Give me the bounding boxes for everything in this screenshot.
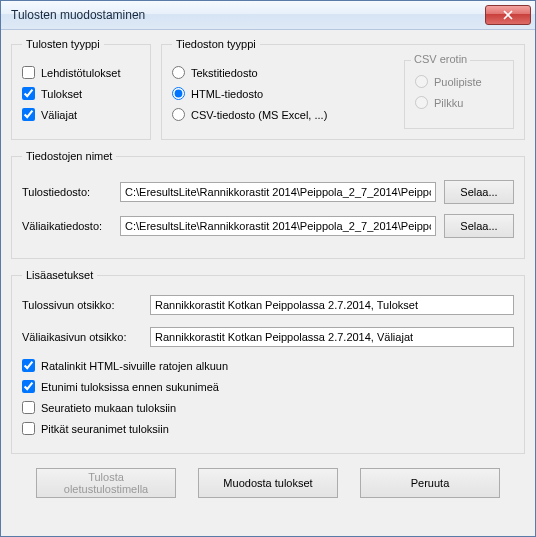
checkbox-ratalinkit[interactable] bbox=[22, 359, 35, 372]
input-tulossivun-otsikko[interactable] bbox=[150, 295, 514, 315]
label-tulokset: Tulokset bbox=[41, 88, 82, 100]
label-pitkat: Pitkät seuranimet tuloksiin bbox=[41, 423, 169, 435]
checkbox-pitkat[interactable] bbox=[22, 422, 35, 435]
group-tulosten-tyyppi: Tulosten tyyppi Lehdistötulokset Tulokse… bbox=[11, 38, 151, 140]
close-icon bbox=[503, 10, 513, 20]
close-button[interactable] bbox=[485, 5, 531, 25]
legend-tiedoston-tyyppi: Tiedoston tyyppi bbox=[172, 38, 260, 50]
label-valiaikasivun-otsikko: Väliaikasivun otsikko: bbox=[22, 331, 142, 343]
legend-tulosten-tyyppi: Tulosten tyyppi bbox=[22, 38, 104, 50]
label-tekstitiedosto: Tekstitiedosto bbox=[191, 67, 258, 79]
input-valiaikatiedosto[interactable] bbox=[120, 216, 436, 236]
window-title: Tulosten muodostaminen bbox=[11, 8, 145, 22]
checkbox-valiajat[interactable] bbox=[22, 108, 35, 121]
group-tiedoston-tyyppi: Tiedoston tyyppi Tekstitiedosto HTML-tie… bbox=[161, 38, 525, 140]
group-lisaasetukset: Lisäasetukset Tulossivun otsikko: Väliai… bbox=[11, 269, 525, 454]
muodosta-button[interactable]: Muodosta tulokset bbox=[198, 468, 338, 498]
radio-pilkku bbox=[415, 96, 428, 109]
checkbox-seuratieto[interactable] bbox=[22, 401, 35, 414]
label-puolipiste: Puolipiste bbox=[434, 76, 482, 88]
radio-tekstitiedosto[interactable] bbox=[172, 66, 185, 79]
label-tulossivun-otsikko: Tulossivun otsikko: bbox=[22, 299, 142, 311]
titlebar: Tulosten muodostaminen bbox=[1, 1, 535, 30]
tulosta-button: Tulosta oletustulostimella bbox=[36, 468, 176, 498]
group-tiedostojen-nimet: Tiedostojen nimet Tulostiedosto: Selaa..… bbox=[11, 150, 525, 259]
label-tulostiedosto: Tulostiedosto: bbox=[22, 186, 112, 198]
label-etunimi: Etunimi tuloksissa ennen sukunimeä bbox=[41, 381, 219, 393]
label-csv-tiedosto: CSV-tiedosto (MS Excel, ...) bbox=[191, 109, 327, 121]
dialog-window: Tulosten muodostaminen Tulosten tyyppi L… bbox=[0, 0, 536, 537]
label-valiajat: Väliajat bbox=[41, 109, 77, 121]
checkbox-etunimi[interactable] bbox=[22, 380, 35, 393]
peruuta-button[interactable]: Peruuta bbox=[360, 468, 500, 498]
dialog-content: Tulosten tyyppi Lehdistötulokset Tulokse… bbox=[1, 30, 535, 536]
label-valiaikatiedosto: Väliaikatiedosto: bbox=[22, 220, 112, 232]
browse-tulostiedosto-button[interactable]: Selaa... bbox=[444, 180, 514, 204]
label-pilkku: Pilkku bbox=[434, 97, 463, 109]
radio-puolipiste bbox=[415, 75, 428, 88]
label-ratalinkit: Ratalinkit HTML-sivuille ratojen alkuun bbox=[41, 360, 228, 372]
checkbox-lehdistotulokset[interactable] bbox=[22, 66, 35, 79]
label-lehdistotulokset: Lehdistötulokset bbox=[41, 67, 121, 79]
legend-csv-erotin: CSV erotin bbox=[411, 53, 470, 65]
label-html-tiedosto: HTML-tiedosto bbox=[191, 88, 263, 100]
group-csv-erotin: CSV erotin Puolipiste Pilkku bbox=[404, 60, 514, 129]
dialog-button-row: Tulosta oletustulostimella Muodosta tulo… bbox=[11, 468, 525, 498]
checkbox-tulokset[interactable] bbox=[22, 87, 35, 100]
legend-tiedostojen-nimet: Tiedostojen nimet bbox=[22, 150, 116, 162]
radio-csv-tiedosto[interactable] bbox=[172, 108, 185, 121]
input-tulostiedosto[interactable] bbox=[120, 182, 436, 202]
radio-html-tiedosto[interactable] bbox=[172, 87, 185, 100]
legend-lisaasetukset: Lisäasetukset bbox=[22, 269, 97, 281]
label-seuratieto: Seuratieto mukaan tuloksiin bbox=[41, 402, 176, 414]
browse-valiaikatiedosto-button[interactable]: Selaa... bbox=[444, 214, 514, 238]
input-valiaikasivun-otsikko[interactable] bbox=[150, 327, 514, 347]
